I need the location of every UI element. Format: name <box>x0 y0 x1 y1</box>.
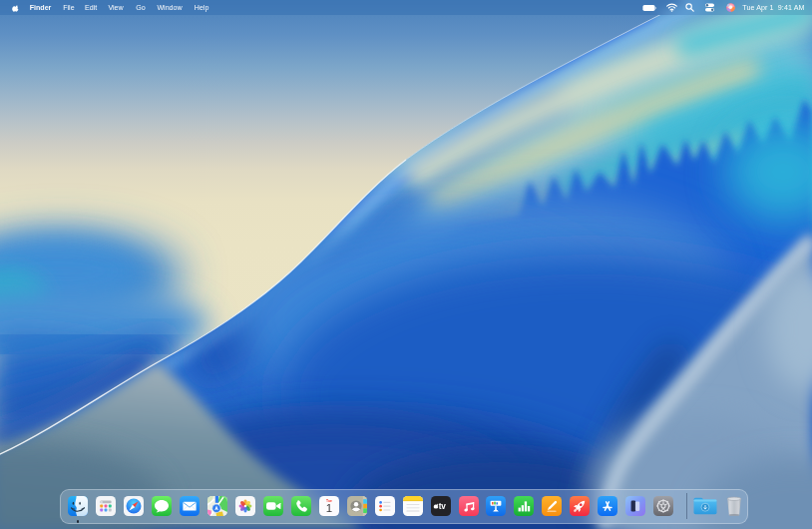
svg-text:tv: tv <box>438 502 446 511</box>
svg-text:1: 1 <box>325 502 331 514</box>
